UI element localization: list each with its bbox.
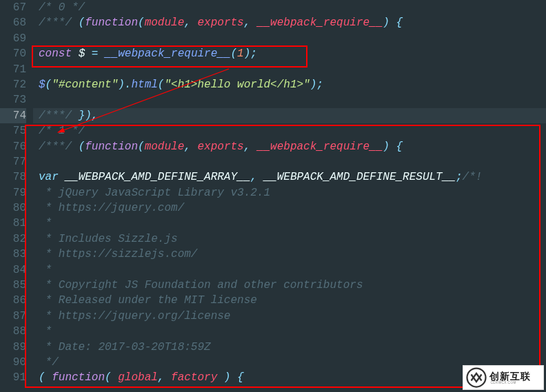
line-number: 72 (0, 77, 26, 92)
code-line[interactable]: * Copyright JS Foundation and other cont… (33, 278, 546, 293)
line-number: 91 (0, 370, 26, 385)
code-line[interactable]: * (33, 262, 546, 278)
code-line[interactable]: var __WEBPACK_AMD_DEFINE_ARRAY__, __WEBP… (33, 169, 546, 185)
code-line[interactable]: * jQuery JavaScript Library v3.2.1 (33, 185, 546, 200)
line-number: 74 (0, 108, 26, 123)
code-area[interactable]: /* 0 *//***/ (function(module, exports, … (33, 0, 546, 392)
code-line[interactable] (33, 154, 546, 169)
line-number: 90 (0, 355, 26, 370)
code-line[interactable]: /***/ (function(module, exports, __webpa… (33, 139, 546, 154)
code-line[interactable]: * Date: 2017-03-20T18:59Z (33, 340, 546, 355)
line-number: 68 (0, 15, 26, 30)
line-number: 73 (0, 92, 26, 107)
line-number-gutter: 6768697071727374757677787980818283848586… (0, 0, 33, 392)
line-number: 87 (0, 309, 26, 324)
line-number: 75 (0, 123, 26, 138)
line-number: 81 (0, 216, 26, 231)
line-number: 69 (0, 31, 26, 46)
line-number: 83 (0, 247, 26, 262)
watermark-logo-icon (466, 367, 487, 388)
code-line[interactable]: * Released under the MIT license (33, 293, 546, 308)
code-line[interactable]: * https://jquery.org/license (33, 309, 546, 324)
code-line[interactable]: /* 0 */ (33, 0, 546, 15)
line-number: 78 (0, 169, 26, 185)
line-number: 70 (0, 46, 26, 61)
svg-point-1 (467, 369, 486, 387)
line-number: 79 (0, 185, 26, 200)
watermark-text-en: CDXWCX.COM (491, 381, 530, 384)
code-line[interactable]: /* 1 */ (33, 123, 546, 138)
code-line[interactable] (33, 92, 546, 107)
watermark: 创新互联 CDXWCX.COM (463, 366, 543, 389)
code-line[interactable]: const $ = __webpack_require__(1); (33, 46, 546, 61)
code-line[interactable]: * https://jquery.com/ (33, 200, 546, 216)
line-number: 76 (0, 139, 26, 154)
code-editor[interactable]: 6768697071727374757677787980818283848586… (0, 0, 546, 392)
line-number: 84 (0, 262, 26, 278)
code-line[interactable]: * (33, 216, 546, 231)
code-line[interactable]: * (33, 324, 546, 339)
line-number: 89 (0, 340, 26, 355)
line-number: 67 (0, 0, 26, 15)
code-line[interactable] (33, 62, 546, 77)
line-number: 71 (0, 62, 26, 77)
line-number: 77 (0, 154, 26, 169)
line-number: 85 (0, 278, 26, 293)
watermark-text-cn: 创新互联 (489, 371, 531, 381)
code-line[interactable]: * Includes Sizzle.js (33, 231, 546, 247)
line-number: 80 (0, 200, 26, 216)
code-line[interactable]: /***/ }), (33, 108, 546, 123)
code-line[interactable]: /***/ (function(module, exports, __webpa… (33, 15, 546, 30)
code-line[interactable]: * https://sizzlejs.com/ (33, 247, 546, 262)
line-number: 88 (0, 324, 26, 339)
line-number: 86 (0, 293, 26, 308)
line-number: 82 (0, 231, 26, 247)
code-line[interactable] (33, 31, 546, 46)
code-line[interactable]: $("#content").html("<h1>hello world</h1>… (33, 77, 546, 92)
